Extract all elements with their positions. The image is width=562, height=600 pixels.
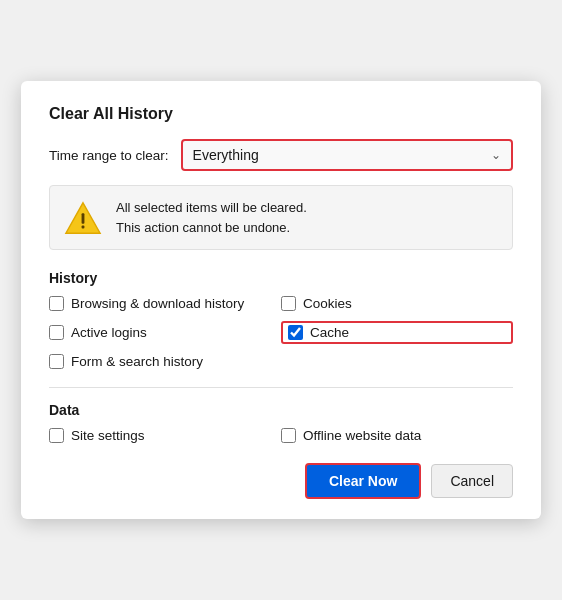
warning-icon: [64, 199, 102, 237]
logins-label[interactable]: Active logins: [71, 325, 147, 340]
site-settings-checkbox[interactable]: [49, 428, 64, 443]
svg-rect-1: [82, 213, 85, 223]
data-section: Data Site settings Offline website data: [49, 402, 513, 443]
time-range-select[interactable]: Everything Last Hour Last Two Hours Last…: [183, 141, 511, 169]
checkbox-site-settings: Site settings: [49, 428, 281, 443]
checkbox-offline: Offline website data: [281, 428, 513, 443]
checkbox-form: Form & search history: [49, 354, 281, 369]
data-section-title: Data: [49, 402, 513, 418]
form-checkbox[interactable]: [49, 354, 64, 369]
time-range-row: Time range to clear: Everything Last Hou…: [49, 139, 513, 171]
form-label[interactable]: Form & search history: [71, 354, 203, 369]
history-section-title: History: [49, 270, 513, 286]
time-range-label: Time range to clear:: [49, 148, 169, 163]
clear-now-button[interactable]: Clear Now: [305, 463, 421, 499]
cancel-button[interactable]: Cancel: [431, 464, 513, 498]
checkbox-browsing: Browsing & download history: [49, 296, 281, 311]
browsing-label[interactable]: Browsing & download history: [71, 296, 244, 311]
cookies-label[interactable]: Cookies: [303, 296, 352, 311]
svg-rect-2: [82, 225, 85, 228]
offline-checkbox[interactable]: [281, 428, 296, 443]
clear-history-dialog: Clear All History Time range to clear: E…: [21, 81, 541, 519]
dialog-title: Clear All History: [49, 105, 513, 123]
buttons-row: Clear Now Cancel: [49, 463, 513, 499]
checkbox-cache-highlighted: Cache: [281, 321, 513, 344]
cache-checkbox[interactable]: [288, 325, 303, 340]
warning-line1: All selected items will be cleared.: [116, 198, 307, 218]
browsing-checkbox[interactable]: [49, 296, 64, 311]
warning-line2: This action cannot be undone.: [116, 218, 307, 238]
warning-box: All selected items will be cleared. This…: [49, 185, 513, 250]
warning-text: All selected items will be cleared. This…: [116, 198, 307, 237]
data-checkboxes-grid: Site settings Offline website data: [49, 428, 513, 443]
select-inner: Everything Last Hour Last Two Hours Last…: [183, 141, 511, 169]
checkbox-logins: Active logins: [49, 321, 281, 344]
checkbox-cookies: Cookies: [281, 296, 513, 311]
section-divider: [49, 387, 513, 388]
history-checkboxes-grid: Browsing & download history Cookies Acti…: [49, 296, 513, 369]
logins-checkbox[interactable]: [49, 325, 64, 340]
time-range-select-wrapper: Everything Last Hour Last Two Hours Last…: [181, 139, 513, 171]
cache-label[interactable]: Cache: [310, 325, 349, 340]
cookies-checkbox[interactable]: [281, 296, 296, 311]
site-settings-label[interactable]: Site settings: [71, 428, 145, 443]
offline-label[interactable]: Offline website data: [303, 428, 421, 443]
